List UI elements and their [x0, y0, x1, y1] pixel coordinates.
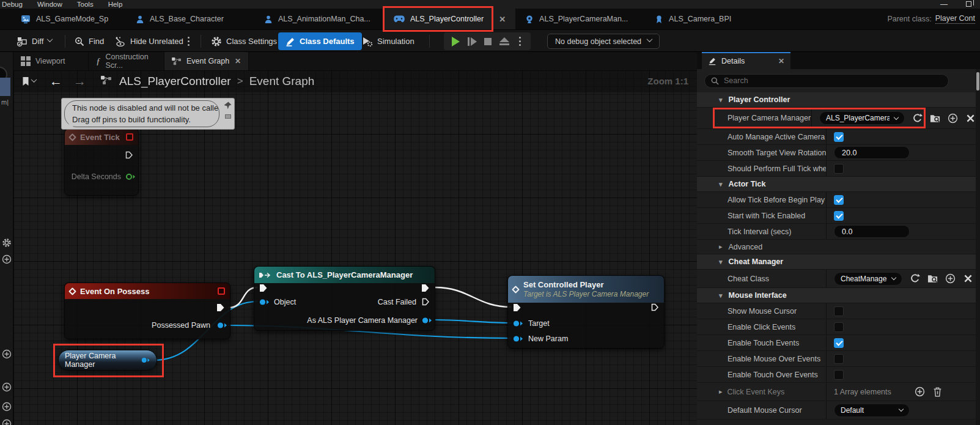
- bookmarks-button[interactable]: [22, 77, 36, 86]
- player-camera-manager-class-use-selected-icon[interactable]: [912, 113, 923, 124]
- cheat-class-use-selected-icon[interactable]: [910, 273, 920, 284]
- plus-circle-icon[interactable]: [2, 419, 12, 425]
- diff-button[interactable]: Diff: [17, 30, 52, 53]
- details-section-actor-tick[interactable]: ▾Actor Tick: [697, 177, 976, 192]
- cheat-class-clear-icon[interactable]: [963, 273, 973, 284]
- tab-details[interactable]: Details ✕: [702, 52, 790, 69]
- class-defaults-button[interactable]: Class Defaults: [278, 32, 362, 50]
- menu-item-window[interactable]: Window: [30, 0, 70, 9]
- start-with-tick-enabled-checkbox[interactable]: [834, 211, 844, 221]
- play-options-button[interactable]: [517, 37, 523, 46]
- cheat-class-browse-icon[interactable]: [927, 273, 938, 284]
- hide-unrelated-button[interactable]: Hide Unrelated: [115, 30, 183, 53]
- player-camera-manager-class-clear-icon[interactable]: [965, 113, 976, 124]
- play-button[interactable]: [452, 37, 460, 46]
- menu-item-tools[interactable]: Tools: [70, 0, 101, 9]
- allow-tick-before-begin-play-checkbox[interactable]: [834, 195, 844, 205]
- click-event-keys-delete-elements-icon[interactable]: [932, 386, 943, 397]
- enable-touch-over-events-checkbox[interactable]: [834, 370, 844, 380]
- variable-out-pin[interactable]: [141, 357, 150, 364]
- player-camera-manager-class-plus-icon[interactable]: [948, 113, 958, 124]
- diff-icon: [17, 37, 28, 46]
- details-section-player-controller[interactable]: ▾Player Controller: [697, 92, 976, 108]
- eject-button[interactable]: [499, 37, 509, 45]
- step-button[interactable]: [468, 37, 477, 46]
- exec-out-pin[interactable]: [651, 303, 659, 311]
- gear-icon[interactable]: [2, 238, 12, 250]
- object-pin[interactable]: [259, 298, 270, 306]
- possessed-pawn-pin[interactable]: [217, 322, 227, 329]
- forward-button[interactable]: →: [73, 74, 86, 89]
- exec-in-pin[interactable]: [513, 303, 521, 312]
- graph-tab-construction-scr[interactable]: ƒConstruction Scr...: [89, 52, 164, 70]
- auto-manage-active-camera-checkbox[interactable]: [834, 132, 844, 142]
- details-section-mouse-interface[interactable]: ▾Mouse Interface: [697, 288, 976, 303]
- tick-interval-input[interactable]: 0.0: [834, 225, 910, 238]
- simulation-button[interactable]: Simulation: [362, 30, 414, 53]
- exec-out-pin[interactable]: [421, 284, 430, 292]
- close-icon[interactable]: ✕: [499, 15, 506, 24]
- details-scrollbar-track[interactable]: [976, 69, 980, 425]
- asset-tab-als_gamemode_sp[interactable]: ALS_GameMode_Sp: [11, 9, 126, 29]
- node-cast-to-als-playercameramanager[interactable]: Cast To ALS_PlayerCameraManager Object C…: [254, 266, 435, 331]
- function-icon: [512, 286, 520, 294]
- restore-button[interactable]: [966, 1, 971, 7]
- parent-class-link[interactable]: Player Cont: [935, 14, 975, 24]
- click-event-keys-add-element-icon[interactable]: [915, 386, 925, 397]
- event-graph-canvas[interactable]: ← → ALS_PlayerController > Event Graph Z…: [13, 70, 697, 425]
- asset-tab-als_base_character[interactable]: ALS_Base_Character: [126, 9, 254, 29]
- class-settings-button[interactable]: Class Settings: [211, 30, 277, 53]
- cheat-class-plus-icon[interactable]: [945, 273, 956, 284]
- debug-object-dropdown[interactable]: No debug object selected: [547, 34, 660, 49]
- default-mouse-cursor-dropdown[interactable]: Default: [834, 404, 910, 417]
- plus-circle-icon[interactable]: [2, 402, 12, 414]
- graph-tab-viewport[interactable]: Viewport: [13, 52, 89, 70]
- back-button[interactable]: ←: [50, 74, 62, 89]
- exec-out-pin[interactable]: [125, 151, 133, 159]
- toolbar-more-button[interactable]: [186, 30, 191, 53]
- player-camera-manager-class-browse-icon[interactable]: [930, 113, 940, 124]
- show-mouse-cursor-checkbox[interactable]: [834, 306, 844, 316]
- details-scrollbar-thumb[interactable]: [976, 72, 979, 91]
- menu-item-debug[interactable]: Debug: [0, 0, 30, 9]
- breadcrumb-root[interactable]: ALS_PlayerController: [119, 75, 231, 88]
- smooth-target-view-rotation-input[interactable]: 20.0: [834, 146, 910, 159]
- asset-tab-als_animationman_cha[interactable]: ALS_AnimationMan_Cha...: [254, 9, 384, 29]
- asset-tab-als_camera_bpi[interactable]: ALS_Camera_BPI: [645, 9, 743, 29]
- player-camera-manager-class-dropdown[interactable]: ALS_PlayerCameraM: [819, 111, 905, 125]
- graph-tab-event-graph[interactable]: Event Graph✕: [164, 52, 249, 70]
- node-set-controlled-player[interactable]: Set Controlled Player Target is ALS Play…: [507, 275, 665, 349]
- should-perform-full-tick-checkbox[interactable]: [834, 164, 844, 174]
- search-input[interactable]: [724, 76, 926, 85]
- delta-seconds-pin[interactable]: [125, 173, 136, 180]
- plus-circle-icon[interactable]: [2, 254, 12, 267]
- exec-out-pin[interactable]: [216, 303, 225, 312]
- asset-tab-als_playercameraman[interactable]: ALS_PlayerCameraMan...: [515, 9, 645, 29]
- cast-failed-pin[interactable]: [422, 298, 430, 306]
- minimize-button[interactable]: —: [940, 1, 948, 7]
- node-event-tick[interactable]: Event Tick Delta Seconds: [64, 128, 139, 196]
- plus-circle-icon[interactable]: [2, 382, 12, 394]
- pin-icon[interactable]: [224, 102, 232, 109]
- target-pin[interactable]: [513, 320, 523, 327]
- enable-touch-events-checkbox[interactable]: [834, 338, 844, 348]
- hide-unrelated-icon: [115, 37, 126, 46]
- enable-mouse-over-events-checkbox[interactable]: [834, 354, 844, 364]
- enable-click-events-checkbox[interactable]: [834, 322, 844, 332]
- details-advanced-toggle[interactable]: ▸Advanced: [697, 240, 976, 254]
- details-section-cheat-manager[interactable]: ▾Cheat Manager: [697, 254, 976, 270]
- stop-button[interactable]: [484, 38, 492, 45]
- close-icon[interactable]: ✕: [778, 57, 784, 65]
- find-button[interactable]: Find: [75, 30, 104, 53]
- new-param-pin[interactable]: [513, 335, 523, 342]
- details-search[interactable]: [704, 74, 949, 88]
- close-icon[interactable]: ✕: [235, 57, 241, 65]
- plus-circle-icon[interactable]: [2, 349, 12, 361]
- as-pcm-pin[interactable]: [422, 317, 432, 324]
- node-event-on-possess[interactable]: Event On Possess Possessed Pawn: [64, 283, 230, 339]
- cheat-class-dropdown[interactable]: CheatManager: [834, 272, 902, 286]
- menu-item-help[interactable]: Help: [101, 0, 130, 9]
- node-player-camera-manager-getter[interactable]: Player Camera Manager: [58, 350, 157, 371]
- asset-tab-als_playercontroller[interactable]: ALS_PlayerController✕: [384, 9, 515, 29]
- exec-in-pin[interactable]: [259, 284, 268, 292]
